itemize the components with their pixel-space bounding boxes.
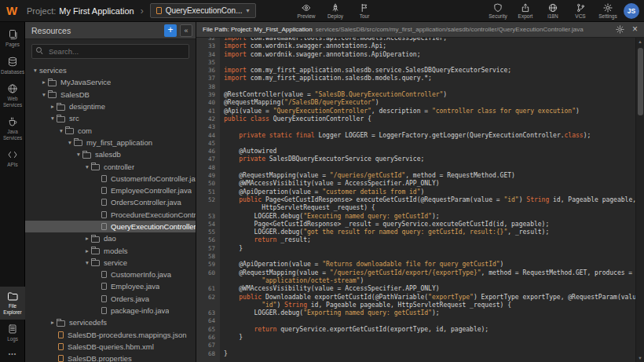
- tree-item[interactable]: ▾com: [25, 124, 196, 136]
- code-line[interactable]: 44 private static final Logger LOGGER = …: [196, 132, 635, 140]
- code-line[interactable]: 54 Page<GetCustIdResponse> _result = que…: [196, 221, 635, 229]
- deploy-button[interactable]: Deploy: [326, 0, 345, 22]
- security-button[interactable]: Security: [488, 0, 507, 22]
- code-line[interactable]: 60 @RequestMapping(value = "/queries/get…: [196, 269, 635, 277]
- rail-item-web-services[interactable]: Web Services: [0, 79, 25, 112]
- i18n-button[interactable]: i18N: [543, 0, 562, 22]
- chevron-down-icon[interactable]: ▾: [83, 163, 91, 170]
- chevron-right-icon[interactable]: ▸: [83, 247, 91, 254]
- tree-item[interactable]: SalesDB-queries.hbm.xml: [25, 341, 196, 353]
- tour-button[interactable]: Tour: [355, 0, 374, 22]
- code-line[interactable]: 39@RestController(value = "SalesDB.Query…: [196, 91, 635, 99]
- tree-item[interactable]: ▸MyJavaService: [25, 76, 196, 88]
- preview-button[interactable]: Preview: [297, 0, 316, 22]
- tree-item[interactable]: CustomerInfo.java: [25, 269, 196, 280]
- tree-item[interactable]: ▾my_first_application: [25, 137, 196, 148]
- tree-item[interactable]: ▾service: [25, 257, 196, 269]
- chevron-down-icon[interactable]: ▾: [57, 127, 65, 134]
- code-line[interactable]: 36import com.my_first_application.salesd…: [196, 67, 635, 75]
- tree-item[interactable]: ▸dao: [25, 232, 196, 244]
- chevron-down-icon[interactable]: ▾: [83, 259, 91, 266]
- rail-item-more[interactable]: •••: [0, 347, 25, 362]
- code-line[interactable]: 50 @WMAccessVisibility(value = AccessSpe…: [196, 180, 635, 188]
- code-line[interactable]: 45: [196, 140, 635, 148]
- tree-item[interactable]: Employee.java: [25, 280, 196, 292]
- tree-item[interactable]: ▸designtime: [25, 101, 196, 112]
- tree-item[interactable]: SalesDB.properties: [25, 353, 196, 362]
- code-line[interactable]: 61 @WMAccessVisibility(value = AccessSpe…: [196, 285, 635, 293]
- code-line[interactable]: 67: [196, 342, 635, 349]
- tree-item[interactable]: CustomerInfoController.java: [25, 173, 196, 185]
- code-line[interactable]: 38: [196, 83, 635, 91]
- tree-item[interactable]: ProcedureExecutionController.java: [25, 209, 196, 221]
- code-area[interactable]: 32import com.wavemaker.tools.api.core.mo…: [196, 38, 635, 362]
- code-line[interactable]: 35: [196, 59, 635, 67]
- chevron-down-icon[interactable]: ▾: [49, 115, 57, 122]
- chevron-down-icon[interactable]: ▾: [31, 67, 39, 74]
- rail-item-apis[interactable]: APIs: [0, 145, 25, 173]
- code-line[interactable]: 49 @RequestMapping(value = "/queries/get…: [196, 172, 635, 180]
- tree-item[interactable]: package-info.java: [25, 305, 196, 316]
- code-line[interactable]: "id") String id, Pageable pageable, Http…: [196, 302, 635, 309]
- tree-item[interactable]: ▸models: [25, 244, 196, 256]
- code-line[interactable]: 62 public Downloadable exportGetCustId(@…: [196, 294, 635, 302]
- code-line[interactable]: 40@RequestMapping("/SalesDB/queryExecuto…: [196, 99, 635, 107]
- code-line[interactable]: 46 @Autowired: [196, 148, 635, 155]
- chevron-down-icon[interactable]: ▾: [66, 139, 74, 146]
- editor-scrollbar[interactable]: ▲ ▼: [635, 38, 644, 362]
- rail-item-file-explorer[interactable]: File Explorer: [0, 287, 25, 320]
- code-line[interactable]: 58: [196, 253, 635, 261]
- code-line[interactable]: HttpServletRequest _request) {: [196, 204, 635, 212]
- code-line[interactable]: 55 LOGGER.debug("got the result for name…: [196, 229, 635, 236]
- code-line[interactable]: 65 return queryService.exportGetCustId(e…: [196, 326, 635, 334]
- user-avatar[interactable]: JS: [624, 3, 639, 19]
- chevron-right-icon[interactable]: ▸: [83, 235, 91, 242]
- chevron-down-icon[interactable]: ▾: [40, 91, 48, 98]
- code-line[interactable]: 42public class QueryExecutionController …: [196, 115, 635, 123]
- scroll-down-arrow[interactable]: ▼: [636, 354, 644, 362]
- code-line[interactable]: 59 @ApiOperation(value = "Returns downlo…: [196, 261, 635, 269]
- rail-item-logs[interactable]: Logs: [0, 320, 25, 347]
- code-line[interactable]: 43: [196, 123, 635, 131]
- vcs-button[interactable]: VCS: [571, 0, 590, 22]
- code-line[interactable]: 56 return _result;: [196, 236, 635, 244]
- rail-item-pages[interactable]: Pages: [0, 25, 25, 53]
- code-line[interactable]: "application/octet-stream"): [196, 277, 635, 285]
- code-line[interactable]: 68}: [196, 350, 635, 358]
- chevron-down-icon[interactable]: ▾: [75, 151, 82, 158]
- scroll-up-arrow[interactable]: ▲: [636, 38, 644, 46]
- code-line[interactable]: 63 LOGGER.debug("Exporting named query: …: [196, 309, 635, 317]
- code-line[interactable]: 47 private SalesDBQueryExecutorService q…: [196, 155, 635, 163]
- collapse-panel-button[interactable]: «: [180, 24, 192, 37]
- code-line[interactable]: 41@Api(value = "QueryExecutionController…: [196, 108, 635, 115]
- tree-item[interactable]: QueryExecutionController.java: [25, 221, 196, 232]
- chevron-right-icon[interactable]: ▸: [40, 79, 48, 86]
- scrollbar-thumb[interactable]: [638, 48, 643, 115]
- tree-item[interactable]: ▾src: [25, 112, 196, 124]
- tree-item[interactable]: ▾controller: [25, 160, 196, 172]
- rail-item-java-services[interactable]: Java Services: [0, 112, 25, 145]
- app-logo-icon[interactable]: W: [0, 0, 24, 22]
- code-line[interactable]: 48: [196, 164, 635, 172]
- project-name[interactable]: My First Application: [59, 6, 134, 16]
- open-file-dropdown[interactable]: QueryExecutionCon... ▾: [150, 3, 256, 18]
- code-line[interactable]: 52 public Page<GetCustIdResponse> execut…: [196, 196, 635, 204]
- settings-button[interactable]: Settings: [598, 0, 617, 22]
- code-line[interactable]: 66 }: [196, 334, 635, 342]
- rail-item-databases[interactable]: Databases: [0, 53, 25, 80]
- code-line[interactable]: 51 @ApiOperation(value = "customer detai…: [196, 188, 635, 196]
- chevron-right-icon[interactable]: ▸: [49, 103, 57, 110]
- code-line[interactable]: 34import com.wordnik.swagger.annotations…: [196, 51, 635, 59]
- file-settings-button[interactable]: [616, 25, 624, 34]
- tree-item[interactable]: ▸servicedefs: [25, 316, 196, 328]
- code-line[interactable]: 37import com.my_first_application.salesd…: [196, 75, 635, 82]
- code-line[interactable]: 53 LOGGER.debug("Executing named query: …: [196, 213, 635, 221]
- close-file-button[interactable]: ×: [632, 25, 638, 34]
- export-button[interactable]: Export: [516, 0, 535, 22]
- tree-item[interactable]: EmployeeController.java: [25, 185, 196, 196]
- add-resource-button[interactable]: +: [164, 24, 177, 37]
- search-input[interactable]: [31, 44, 189, 59]
- code-line[interactable]: 64: [196, 317, 635, 325]
- tree-item[interactable]: ▾salesdb: [25, 148, 196, 160]
- tree-item[interactable]: ▾services: [25, 64, 196, 76]
